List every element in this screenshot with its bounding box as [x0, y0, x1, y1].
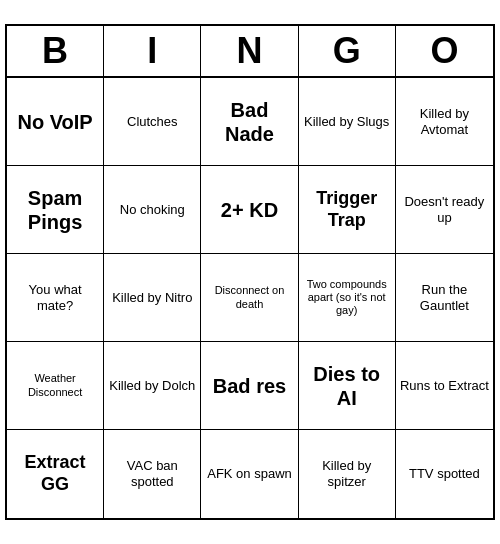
bingo-cell: You what mate? — [7, 254, 104, 342]
bingo-cell: Bad Nade — [201, 78, 298, 166]
bingo-cell: VAC ban spotted — [104, 430, 201, 518]
bingo-cell: TTV spotted — [396, 430, 493, 518]
bingo-header: BINGO — [7, 26, 493, 78]
bingo-cell: 2+ KD — [201, 166, 298, 254]
bingo-cell: Killed by Dolch — [104, 342, 201, 430]
bingo-cell: Two compounds apart (so it's not gay) — [299, 254, 396, 342]
bingo-cell: Doesn't ready up — [396, 166, 493, 254]
bingo-letter: O — [396, 26, 493, 76]
bingo-grid: No VoIPClutchesBad NadeKilled by SlugsKi… — [7, 78, 493, 518]
bingo-cell: Weather Disconnect — [7, 342, 104, 430]
bingo-cell: Runs to Extract — [396, 342, 493, 430]
bingo-cell: Killed by Nitro — [104, 254, 201, 342]
bingo-cell: Spam Pings — [7, 166, 104, 254]
bingo-cell: Trigger Trap — [299, 166, 396, 254]
bingo-card: BINGO No VoIPClutchesBad NadeKilled by S… — [5, 24, 495, 520]
bingo-letter: G — [299, 26, 396, 76]
bingo-letter: N — [201, 26, 298, 76]
bingo-cell: No VoIP — [7, 78, 104, 166]
bingo-cell: Extract GG — [7, 430, 104, 518]
bingo-cell: Killed by Slugs — [299, 78, 396, 166]
bingo-cell: Run the Gauntlet — [396, 254, 493, 342]
bingo-cell: No choking — [104, 166, 201, 254]
bingo-cell: Clutches — [104, 78, 201, 166]
bingo-cell: Bad res — [201, 342, 298, 430]
bingo-letter: B — [7, 26, 104, 76]
bingo-cell: Dies to AI — [299, 342, 396, 430]
bingo-cell: Disconnect on death — [201, 254, 298, 342]
bingo-cell: AFK on spawn — [201, 430, 298, 518]
bingo-cell: Killed by spitzer — [299, 430, 396, 518]
bingo-cell: Killed by Avtomat — [396, 78, 493, 166]
bingo-letter: I — [104, 26, 201, 76]
